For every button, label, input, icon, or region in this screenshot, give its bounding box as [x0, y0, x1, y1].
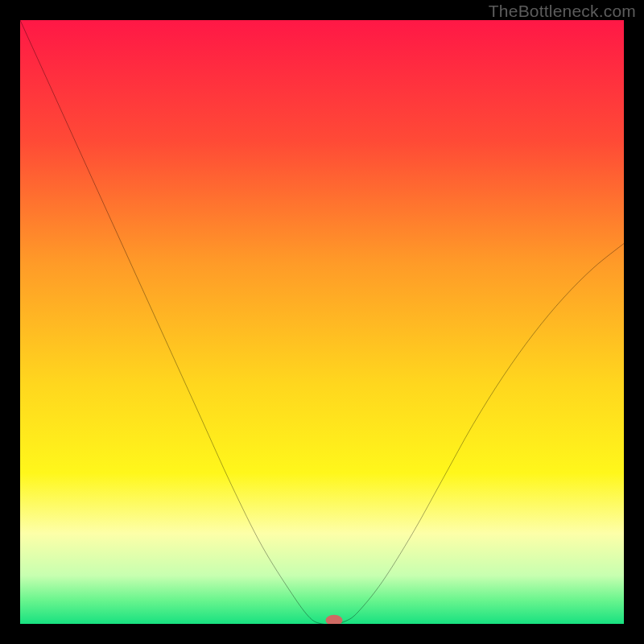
bottleneck-curve: [20, 20, 624, 624]
curve-layer: [20, 20, 624, 624]
optimum-marker: [326, 615, 343, 624]
chart-frame: TheBottleneck.com: [0, 0, 644, 644]
watermark-text: TheBottleneck.com: [489, 2, 636, 21]
plot-area: [20, 20, 624, 624]
